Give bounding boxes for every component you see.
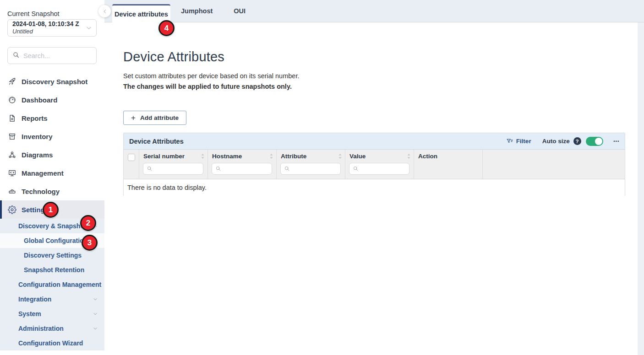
- rocket-icon: [7, 77, 16, 86]
- column-value: Value: [345, 150, 414, 179]
- submenu-item-administration[interactable]: Administration: [0, 321, 104, 336]
- snapshot-selector[interactable]: 2024-01-08, 10:10:34 Z Untitled: [7, 19, 97, 37]
- diagrams-icon: [7, 150, 16, 159]
- current-snapshot-label: Current Snapshot: [7, 10, 60, 17]
- search-icon: [284, 166, 290, 172]
- chevron-down-icon: [93, 311, 98, 317]
- reports-icon: [7, 113, 16, 123]
- submenu-label: Discovery & Snapshots: [18, 222, 90, 230]
- sort-icon[interactable]: [269, 153, 273, 161]
- column-header[interactable]: Hostname: [208, 150, 276, 163]
- column-header: Action: [414, 150, 482, 163]
- sidebar-item-reports[interactable]: Reports: [0, 109, 104, 127]
- search-icon: [12, 51, 20, 60]
- snapshot-name: Untitled: [12, 28, 85, 35]
- add-attribute-label: Add attribute: [140, 114, 179, 121]
- annotation-badge-1: 1: [43, 202, 59, 218]
- funnel-icon: [506, 138, 513, 145]
- column-hostname: Hostname: [208, 150, 277, 179]
- table-empty-message: There is no data to display.: [124, 179, 625, 196]
- column-attribute: Attribute: [277, 150, 345, 179]
- filter-input-wrapper: [280, 163, 341, 175]
- sidebar-item-management[interactable]: Management: [0, 164, 104, 182]
- table-column-headers: Serial number Hostname: [124, 150, 625, 179]
- annotation-badge-4: 4: [158, 20, 175, 36]
- sidebar-item-diagrams[interactable]: Diagrams: [0, 145, 104, 164]
- autosize-toggle[interactable]: [586, 137, 603, 146]
- inventory-icon: [7, 132, 16, 141]
- column-label: Hostname: [212, 153, 242, 160]
- submenu-item-configuration-management[interactable]: Configuration Management: [0, 277, 104, 292]
- menu-label: Inventory: [22, 133, 53, 140]
- page-content: Device Attributes Set custom attributes …: [104, 49, 644, 196]
- snapshot-selector-text: 2024-01-08, 10:10:34 Z Untitled: [12, 21, 85, 36]
- menu-label: Technology: [22, 188, 60, 195]
- technology-icon: [7, 187, 16, 196]
- sidebar-menu: Discovery Snapshot Dashboard Reports Inv…: [0, 72, 104, 219]
- menu-label: Reports: [22, 114, 48, 122]
- sort-icon[interactable]: [338, 153, 342, 161]
- filter-button[interactable]: Filter: [506, 138, 531, 145]
- sidebar-item-discovery-snapshot[interactable]: Discovery Snapshot: [0, 72, 104, 91]
- sidebar-collapse-button[interactable]: [98, 5, 111, 17]
- table-toolbar: Filter Auto size ? ...: [506, 137, 619, 146]
- menu-label: Diagrams: [22, 151, 53, 159]
- tab-bar: Device attributes Jumphost OUI: [104, 0, 644, 22]
- chevron-down-icon: [93, 296, 98, 302]
- submenu-label: Administration: [18, 325, 64, 332]
- page-description-warning: The changes will be applied to future sn…: [123, 82, 644, 91]
- filter-input-wrapper: [349, 163, 409, 175]
- search-icon: [215, 166, 221, 172]
- select-all-cell: [124, 150, 139, 179]
- chevron-down-icon: [85, 24, 93, 32]
- search-icon: [353, 166, 359, 172]
- sort-icon[interactable]: [407, 153, 411, 161]
- submenu-label: Configuration Management: [18, 281, 101, 288]
- column-header[interactable]: Attribute: [277, 150, 345, 163]
- tab-jumphost[interactable]: Jumphost: [170, 0, 223, 22]
- page-description: Set custom attributes per device based o…: [123, 71, 644, 81]
- column-header[interactable]: Serial number: [139, 150, 207, 163]
- column-label: Action: [418, 153, 437, 160]
- page-title: Device Attributes: [123, 49, 644, 65]
- submenu-label: System: [18, 310, 41, 317]
- submenu-item-snapshot-retention[interactable]: Snapshot Retention: [0, 263, 104, 277]
- submenu-item-configuration-wizard[interactable]: Configuration Wizard: [0, 336, 104, 350]
- submenu-label: Discovery Settings: [24, 252, 82, 259]
- tab-device-attributes[interactable]: Device attributes: [112, 4, 170, 22]
- app-root: Current Snapshot 2024-01-08, 10:10:34 Z …: [0, 0, 644, 355]
- submenu-label: Configuration Wizard: [18, 339, 83, 347]
- annotation-badge-3: 3: [82, 235, 98, 251]
- sort-icon[interactable]: [201, 153, 205, 161]
- search-input[interactable]: [23, 52, 109, 59]
- column-label: Attribute: [281, 153, 306, 160]
- toggle-knob: [595, 138, 602, 145]
- filter-input-wrapper: [212, 163, 272, 175]
- snapshot-timestamp: 2024-01-08, 10:10:34 Z: [12, 21, 85, 28]
- submenu-item-integration[interactable]: Integration: [0, 292, 104, 307]
- filter-input-wrapper: [143, 163, 203, 175]
- help-icon[interactable]: ?: [573, 137, 581, 145]
- select-all-checkbox[interactable]: [128, 154, 135, 161]
- search-icon: [147, 166, 153, 172]
- submenu-item-system[interactable]: System: [0, 307, 104, 321]
- sidebar-item-inventory[interactable]: Inventory: [0, 127, 104, 145]
- menu-label: Management: [22, 169, 64, 177]
- add-attribute-button[interactable]: + Add attribute: [123, 111, 186, 125]
- sidebar: Current Snapshot 2024-01-08, 10:10:34 Z …: [0, 0, 104, 355]
- sidebar-item-technology[interactable]: Technology: [0, 182, 104, 200]
- main-area: Device attributes Jumphost OUI Device At…: [104, 0, 644, 355]
- column-serial-number: Serial number: [139, 150, 208, 179]
- chevron-down-icon: [93, 326, 98, 331]
- column-header[interactable]: Value: [345, 150, 414, 163]
- sidebar-item-dashboard[interactable]: Dashboard: [0, 91, 104, 109]
- column-label: Serial number: [143, 153, 185, 160]
- chevron-left-icon: [102, 8, 108, 15]
- annotation-badge-2: 2: [80, 215, 96, 231]
- menu-label: Discovery Snapshot: [22, 78, 87, 86]
- management-icon: [7, 168, 16, 178]
- table-menu-button[interactable]: ...: [613, 140, 619, 143]
- tab-oui[interactable]: OUI: [223, 0, 256, 22]
- submenu-label: Snapshot Retention: [24, 266, 84, 274]
- submenu-label: Global Configuration: [24, 237, 87, 244]
